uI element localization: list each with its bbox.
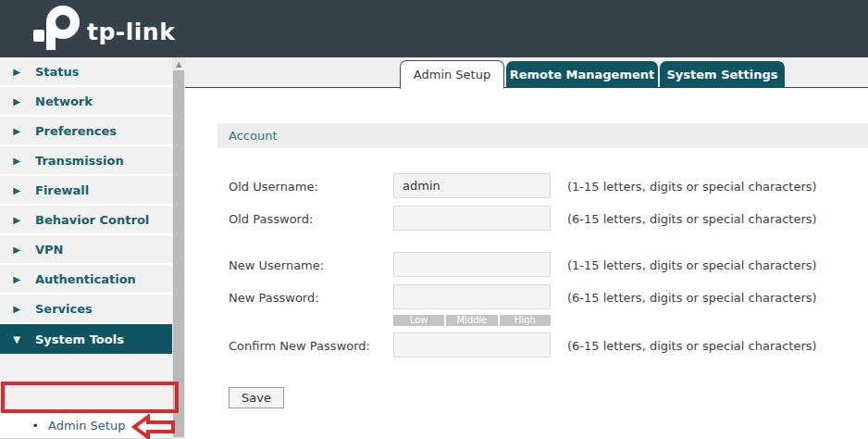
sidebar-item-label: Behavior Control	[28, 213, 149, 227]
new-username-input[interactable]	[393, 252, 551, 277]
sidebar-scrollbar[interactable]: ▲	[172, 57, 185, 439]
sidebar-item-network[interactable]: ▶ Network	[0, 87, 172, 117]
old-password-input[interactable]	[393, 206, 551, 231]
confirm-password-input[interactable]	[393, 332, 551, 357]
sidebar-item-label: VPN	[28, 243, 63, 257]
chevron-down-icon: ▼	[0, 334, 28, 345]
bullet-icon: •	[22, 419, 39, 433]
scrollbar-up-button[interactable]: ▲	[172, 57, 185, 70]
submenu-item-admin-setup[interactable]: • Admin Setup	[0, 412, 172, 438]
sidebar-nav: ▶ Status ▶ Network ▶ Preferences ▶ Trans…	[0, 57, 185, 439]
chevron-right-icon: ▶	[0, 96, 28, 107]
tab-system-settings[interactable]: System Settings	[660, 61, 785, 88]
system-tools-submenu: • Admin Setup • Management • SNMP	[0, 412, 172, 439]
sidebar-item-label: Firewall	[28, 183, 89, 197]
old-username-input[interactable]	[393, 173, 551, 198]
section-title: Account	[217, 129, 278, 143]
sidebar-item-firewall[interactable]: ▶ Firewall	[0, 176, 172, 206]
old-username-label: Old Username:	[229, 180, 318, 194]
chevron-right-icon: ▶	[0, 67, 28, 77]
strength-middle: Middle	[446, 315, 497, 326]
old-username-hint: (1-15 letters, digits or special charact…	[567, 180, 817, 194]
sidebar-item-label: System Tools	[28, 332, 124, 346]
confirm-password-hint: (6-15 letters, digits or special charact…	[567, 339, 817, 353]
chevron-right-icon: ▶	[0, 215, 28, 225]
main-content: Account Old Username: (1-15 letters, dig…	[185, 89, 868, 439]
sidebar-item-label: Services	[28, 302, 93, 316]
sidebar-item-label: Status	[28, 65, 80, 79]
sidebar-item-authentication[interactable]: ▶ Authentication	[0, 265, 172, 295]
chevron-right-icon: ▶	[0, 274, 28, 284]
account-section-header: Account	[217, 123, 868, 148]
strength-low: Low	[393, 315, 444, 326]
scrollbar-thumb[interactable]	[173, 70, 184, 437]
chevron-right-icon: ▶	[0, 126, 28, 136]
tab-admin-setup[interactable]: Admin Setup	[400, 60, 504, 89]
sidebar-item-label: Authentication	[28, 272, 136, 286]
new-password-input[interactable]	[393, 284, 551, 309]
new-username-hint: (1-15 letters, digits or special charact…	[567, 258, 817, 272]
sidebar-item-label: Preferences	[28, 124, 117, 138]
chevron-right-icon: ▶	[0, 156, 28, 166]
sidebar-item-vpn[interactable]: ▶ VPN	[0, 235, 172, 265]
chevron-right-icon: ▶	[0, 185, 28, 195]
strength-high: High	[500, 315, 551, 326]
sidebar-item-status[interactable]: ▶ Status	[0, 57, 172, 87]
old-password-hint: (6-15 letters, digits or special charact…	[567, 212, 817, 226]
new-password-hint: (6-15 letters, digits or special charact…	[567, 291, 817, 305]
save-button[interactable]: Save	[229, 387, 284, 408]
old-password-label: Old Password:	[229, 212, 313, 226]
sidebar-item-services[interactable]: ▶ Services	[0, 295, 172, 324]
tplink-logo: tp-link	[33, 6, 175, 52]
chevron-right-icon: ▶	[0, 304, 28, 314]
sidebar-item-behavior-control[interactable]: ▶ Behavior Control	[0, 206, 172, 235]
sidebar-item-label: Network	[28, 94, 93, 108]
sidebar-item-system-tools[interactable]: ▼ System Tools	[0, 324, 172, 354]
sidebar-item-preferences[interactable]: ▶ Preferences	[0, 117, 172, 146]
submenu-item-label: Admin Setup	[39, 419, 125, 433]
new-password-label: New Password:	[229, 291, 319, 305]
top-header: tp-link	[0, 0, 868, 57]
password-strength-meter: Low Middle High	[393, 315, 551, 326]
router-admin-page: tp-link ▶ Status ▶ Network ▶ Preferences…	[0, 0, 868, 439]
logo-text: tp-link	[87, 19, 175, 45]
confirm-password-label: Confirm New Password:	[229, 339, 370, 353]
sidebar-item-transmission[interactable]: ▶ Transmission	[0, 146, 172, 176]
tab-bar: Admin Setup Remote Management System Set…	[185, 57, 868, 88]
annotation-highlight-box	[1, 382, 179, 413]
chevron-right-icon: ▶	[0, 245, 28, 255]
sidebar-item-label: Transmission	[28, 154, 124, 168]
tab-remote-management[interactable]: Remote Management	[506, 61, 658, 88]
tplink-logo-icon	[33, 6, 81, 52]
new-username-label: New Username:	[229, 258, 324, 272]
